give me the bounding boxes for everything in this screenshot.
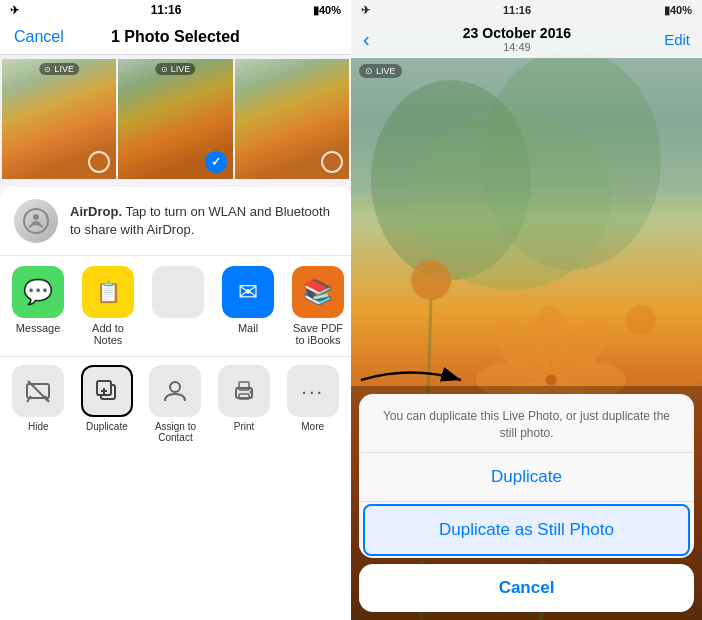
notes-label: Add to Notes: [78, 322, 138, 346]
action-hide[interactable]: Hide: [8, 365, 69, 443]
share-apps-row: 💬 Message 📋 Add to Notes ✉ Mail 📚 Save P…: [0, 256, 351, 357]
print-label: Print: [234, 421, 255, 432]
more-icon: ···: [287, 365, 339, 417]
left-status-bar: ✈ 11:16 ▮40%: [0, 0, 351, 20]
share-app-notes[interactable]: 📋 Add to Notes: [78, 266, 138, 346]
airdrop-text: AirDrop. Tap to turn on WLAN and Bluetoo…: [70, 203, 337, 239]
share-sheet: AirDrop. Tap to turn on WLAN and Bluetoo…: [0, 187, 351, 620]
duplicate-still-button[interactable]: Duplicate as Still Photo: [363, 504, 690, 556]
svg-point-1: [33, 214, 39, 220]
action-more[interactable]: ··· More: [282, 365, 343, 443]
left-signal-icon: ✈: [10, 4, 19, 17]
cancel-button[interactable]: Cancel: [14, 28, 64, 46]
svg-point-14: [250, 391, 253, 394]
message-icon: 💬: [12, 266, 64, 318]
select-circle-2[interactable]: [205, 151, 227, 173]
hide-label: Hide: [28, 421, 49, 432]
action-sheet-overlay: You can duplicate this Live Photo, or ju…: [351, 386, 702, 620]
left-battery: ▮40%: [313, 4, 341, 17]
live-text: LIVE: [376, 66, 396, 76]
share-app-ibooks[interactable]: 📚 Save PDF to iBooks: [288, 266, 348, 346]
action-sheet: You can duplicate this Live Photo, or ju…: [359, 394, 694, 558]
photo-thumb-3[interactable]: [235, 59, 349, 179]
ibooks-label: Save PDF to iBooks: [288, 322, 348, 346]
action-duplicate[interactable]: Duplicate: [77, 365, 138, 443]
svg-point-29: [411, 260, 451, 300]
duplicate-label: Duplicate: [86, 421, 128, 432]
ibooks-icon: 📚: [292, 266, 344, 318]
action-print[interactable]: Print: [214, 365, 275, 443]
airdrop-icon: [14, 199, 58, 243]
airdrop-title: AirDrop.: [70, 204, 122, 219]
page-title: 1 Photo Selected: [111, 28, 240, 46]
mail-label: Mail: [238, 322, 258, 334]
message-label: Message: [16, 322, 61, 334]
right-panel: ✈ 11:16 ▮40% ‹ 23 October 2016 14:49 Edi…: [351, 0, 702, 620]
live-badge-1: LIVE: [39, 63, 79, 75]
assign-contact-label: Assign to Contact: [145, 421, 206, 443]
duplicate-icon: [81, 365, 133, 417]
hide-icon: [12, 365, 64, 417]
right-live-badge: ⊙ LIVE: [359, 64, 402, 78]
assign-contact-icon: [149, 365, 201, 417]
mail-icon: ✉: [222, 266, 274, 318]
left-nav-bar: Cancel 1 Photo Selected: [0, 20, 351, 55]
print-icon: [218, 365, 270, 417]
left-panel: ✈ 11:16 ▮40% Cancel 1 Photo Selected LIV…: [0, 0, 351, 620]
svg-point-10: [170, 382, 180, 392]
right-status-bar: ✈ 11:16 ▮40%: [351, 0, 702, 20]
right-nav-bar: ‹ 23 October 2016 14:49 Edit: [351, 20, 702, 58]
photo-thumb-1[interactable]: LIVE: [2, 59, 116, 179]
right-signal-icon: ✈: [361, 4, 370, 17]
edit-button[interactable]: Edit: [664, 31, 690, 48]
airdrop-row[interactable]: AirDrop. Tap to turn on WLAN and Bluetoo…: [0, 187, 351, 256]
live-badge-2: LIVE: [156, 63, 196, 75]
duplicate-button[interactable]: Duplicate: [359, 453, 694, 502]
action-assign-contact[interactable]: Assign to Contact: [145, 365, 206, 443]
empty-icon: [152, 266, 204, 318]
select-circle-3[interactable]: [321, 151, 343, 173]
live-dot-icon: ⊙: [365, 66, 373, 76]
left-time: 11:16: [151, 3, 182, 17]
share-app-mail[interactable]: ✉ Mail: [218, 266, 278, 346]
back-button[interactable]: ‹: [363, 28, 370, 51]
notes-icon: 📋: [82, 266, 134, 318]
right-battery: ▮40%: [664, 4, 692, 17]
time-text: 14:49: [463, 41, 571, 53]
date-block: 23 October 2016 14:49: [463, 25, 571, 53]
svg-point-30: [626, 305, 656, 335]
svg-rect-13: [239, 394, 249, 399]
date-text: 23 October 2016: [463, 25, 571, 41]
photo-thumb-2[interactable]: LIVE: [118, 59, 232, 179]
share-app-empty: [148, 266, 208, 346]
share-app-message[interactable]: 💬 Message: [8, 266, 68, 346]
cancel-button-sheet[interactable]: Cancel: [359, 564, 694, 612]
action-sheet-message: You can duplicate this Live Photo, or ju…: [359, 394, 694, 453]
actions-row: Hide Duplicate: [0, 357, 351, 451]
right-time: 11:16: [503, 4, 531, 16]
more-label: More: [301, 421, 324, 432]
photos-grid: LIVE LIVE: [0, 55, 351, 183]
